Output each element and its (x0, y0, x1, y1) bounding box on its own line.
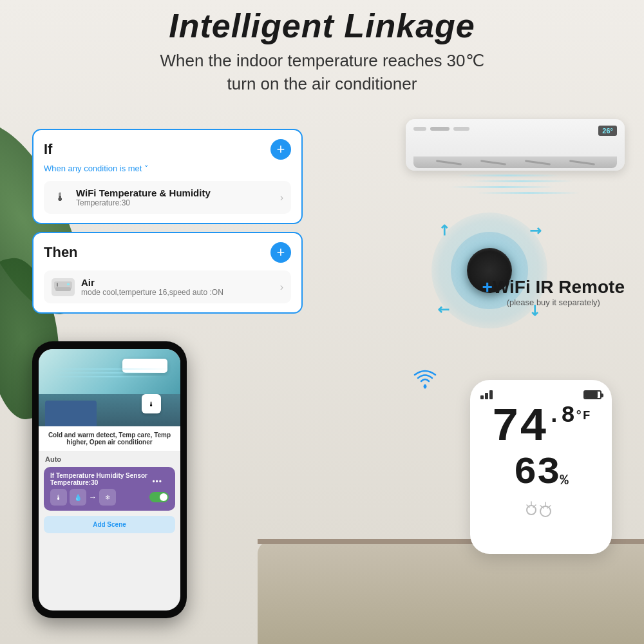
condition-dropdown: ˅ (144, 164, 149, 173)
phone-automation-icons: 🌡 💧 → ❄ (50, 489, 169, 506)
ac-vent (413, 156, 617, 168)
ir-outer-ring: ↗ ↗ ↗ ↗ (431, 213, 547, 328)
plus-icon: + (482, 277, 493, 297)
if-device-row[interactable]: 🌡 WiFi Temperature & Humidity Temperatur… (44, 181, 291, 214)
svg-rect-1 (55, 287, 71, 291)
table-surface (258, 541, 644, 644)
sensor-device: 74 .8 °F 63 % (470, 380, 612, 554)
signal-bar-3 (489, 390, 493, 399)
signal-bars-icon (480, 390, 493, 399)
temperature-display: 74 .8 °F (491, 404, 591, 451)
main-title: Intelligent Linkage (0, 6, 644, 45)
phone-sensor-graphic: 🌡 (142, 394, 161, 413)
if-device-detail: Temperature:30 (76, 198, 274, 207)
phone-flow-arrow-icon: → (89, 493, 97, 502)
wifi-signal-icon (412, 367, 438, 394)
humidity-icon (525, 497, 557, 524)
if-device-name: WiFi Temperature & Humidity (76, 187, 274, 198)
if-add-button[interactable]: + (270, 139, 291, 160)
ir-remote: ↗ ↗ ↗ ↗ (431, 213, 547, 328)
svg-rect-2 (57, 283, 58, 287)
phone-purple-title: If Temperature Humidity Sensor Temperatu… (50, 472, 169, 486)
then-device-detail: mode cool,temperture 16,speed auto :ON (81, 288, 274, 297)
phone-screen: 🌡 Cold and warm detect, Temp care, Temp … (39, 349, 180, 611)
ir-remote-title: +WiFi IR Remote (482, 277, 625, 298)
temperature-unit: °F (575, 410, 591, 422)
sensor-body: 74 .8 °F 63 % (470, 380, 612, 554)
then-device-name: Air (81, 277, 274, 288)
phone-caption: Cold and warm detect, Temp care, Temp hi… (39, 426, 180, 451)
then-card-header: Then + (44, 242, 291, 263)
app-panel: If + When any condition is met ˅ 🌡 WiFi … (32, 129, 303, 314)
temperature-value: 74 (491, 404, 547, 451)
phone-sensor-icon: 🌡 (50, 489, 67, 506)
if-card-header: If + (44, 139, 291, 160)
svg-point-4 (424, 385, 427, 388)
then-chevron-icon: › (280, 281, 283, 293)
ac-icon (52, 278, 75, 296)
then-label: Then (44, 244, 78, 261)
phone-ac-icon: ❄ (99, 489, 116, 506)
more-options-icon[interactable]: ••• (152, 477, 162, 486)
chevron-right-icon: › (280, 192, 283, 204)
phone-header-image: 🌡 (39, 349, 180, 426)
condition-text[interactable]: When any condition is met ˅ (44, 164, 291, 173)
svg-point-6 (540, 506, 551, 516)
then-add-button[interactable]: + (270, 242, 291, 263)
if-card: If + When any condition is met ˅ 🌡 WiFi … (32, 129, 303, 224)
temperature-decimal: .8 (547, 404, 575, 428)
then-device-row[interactable]: Air mode cool,temperture 16,speed auto :… (44, 270, 291, 303)
then-device-info: Air mode cool,temperture 16,speed auto :… (81, 277, 274, 297)
humidity-display: 63 % (513, 453, 568, 492)
subtitle: When the indoor temperature reaches 30℃ … (0, 49, 644, 96)
battery-fill (585, 392, 598, 398)
signal-bar-1 (480, 395, 484, 399)
humidity-value: 63 (513, 453, 560, 492)
phone-humidity-icon: 💧 (70, 489, 86, 506)
thermometer-icon: 🌡 (52, 189, 70, 207)
phone-automation-card[interactable]: If Temperature Humidity Sensor Temperatu… (44, 467, 175, 511)
humidity-unit: % (560, 474, 568, 488)
ir-remote-sublabel: (please buy it separately) (482, 298, 625, 307)
phone-toggle-switch[interactable] (149, 492, 169, 502)
ac-temperature-display: 26° (598, 126, 617, 136)
air-conditioner-unit: 26° (406, 119, 625, 190)
if-device-info: WiFi Temperature & Humidity Temperature:… (76, 187, 274, 207)
wifi-arrow-bottom-left-icon: ↗ (433, 300, 453, 320)
wifi-arrow-top-right-icon: ↗ (525, 220, 545, 240)
phone-auto-label: Auto (39, 451, 180, 467)
ir-remote-name: WiFi IR Remote (493, 277, 625, 297)
phone-add-scene-button[interactable]: Add Scene (44, 516, 175, 533)
sensor-top-row (480, 390, 601, 399)
ac-body: 26° (406, 119, 625, 171)
title-section: Intelligent Linkage When the indoor temp… (0, 6, 644, 96)
phone-body: 🌡 Cold and warm detect, Temp care, Temp … (32, 341, 187, 618)
phone-bed-graphic (45, 401, 97, 426)
subtitle-line1: When the indoor temperature reaches 30℃ (160, 51, 484, 70)
wifi-arrow-top-left-icon: ↗ (433, 220, 453, 240)
battery-icon (583, 390, 601, 399)
svg-rect-3 (67, 283, 70, 285)
phone-container: 🌡 Cold and warm detect, Temp care, Temp … (32, 341, 187, 618)
subtitle-line2: turn on the air conditioner (227, 74, 417, 93)
ir-remote-label: +WiFi IR Remote (please buy it separatel… (482, 277, 625, 307)
then-card: Then + Air mode cool,temperture 16,speed… (32, 232, 303, 314)
if-label: If (44, 141, 52, 158)
signal-bar-2 (485, 393, 488, 399)
